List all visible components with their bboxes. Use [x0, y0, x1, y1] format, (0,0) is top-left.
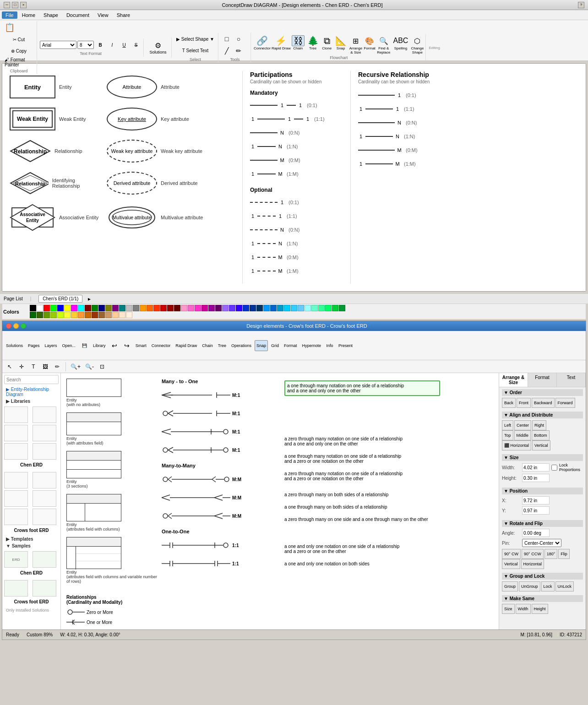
color-swatch[interactable]: [98, 312, 105, 318]
menu-shape[interactable]: Shape: [40, 11, 62, 19]
info-btn[interactable]: Info: [324, 340, 335, 351]
color-swatch[interactable]: [160, 305, 167, 311]
color-swatch[interactable]: [243, 305, 249, 311]
zoom-out-btn[interactable]: 🔍-: [83, 361, 96, 372]
color-swatch[interactable]: [325, 305, 332, 311]
color-swatch[interactable]: [181, 305, 187, 311]
flip-vertical-btn[interactable]: Vertical: [502, 559, 520, 569]
attribute-shape[interactable]: Attribute: [107, 76, 157, 98]
color-swatch[interactable]: [64, 305, 71, 311]
forward-btn[interactable]: Forward: [555, 398, 575, 408]
color-swatch[interactable]: [291, 305, 297, 311]
align-middle-btn[interactable]: Middle: [514, 430, 531, 440]
select-shape-btn[interactable]: ▶ Select Shape ▼: [174, 34, 216, 45]
sidebar-erd[interactable]: ▶ Entity-Relationship Diagram: [4, 386, 59, 398]
open-btn[interactable]: Open...: [60, 340, 78, 351]
color-swatch[interactable]: [92, 305, 98, 311]
fit-btn[interactable]: ⊡: [97, 361, 108, 372]
rotate-180-btn[interactable]: 180°: [544, 549, 558, 559]
menu-share[interactable]: Share: [113, 11, 134, 19]
lock-btn[interactable]: Lock: [541, 581, 555, 591]
align-bottom-btn[interactable]: Bottom: [532, 430, 550, 440]
menu-home[interactable]: Home: [18, 11, 39, 19]
chain-btn[interactable]: ⛓: [292, 35, 305, 46]
color-swatch[interactable]: [188, 305, 194, 311]
sample-chen-label[interactable]: Chen ERD: [4, 569, 59, 576]
entity-box-2[interactable]: [66, 412, 121, 435]
save-btn[interactable]: 💾: [79, 340, 90, 351]
color-swatch[interactable]: [44, 305, 50, 311]
vertical-btn[interactable]: Vertical: [532, 440, 550, 450]
format-painter-btn[interactable]: 🖌 Format Painter: [3, 57, 35, 68]
entity-box-3[interactable]: [66, 451, 121, 478]
library-btn[interactable]: Library: [91, 340, 108, 351]
spelling-btn[interactable]: ABC: [392, 35, 410, 46]
crows-foot-lib-label[interactable]: Crows foot ERD: [4, 527, 59, 534]
color-swatch[interactable]: [250, 305, 256, 311]
rotate-90cw-btn[interactable]: 90° CW: [502, 549, 521, 559]
group-title[interactable]: ▼ Group and Lock: [502, 573, 583, 580]
chain-btn2[interactable]: Chain: [200, 340, 215, 351]
identifying-relationship-shape[interactable]: Relationship: [10, 172, 49, 195]
select-text-btn[interactable]: T Select Text: [174, 45, 216, 56]
flip-btn[interactable]: Flip: [558, 549, 570, 559]
arrange-btn[interactable]: ⊞: [350, 35, 361, 46]
same-height-btn[interactable]: Height: [532, 604, 548, 614]
connector-btn[interactable]: 🔗: [255, 35, 270, 46]
cut-btn[interactable]: ✂ Cut: [3, 34, 35, 45]
undo-btn[interactable]: ↩: [109, 340, 120, 351]
relationship-shape[interactable]: Relationship: [10, 140, 51, 163]
derived-attribute-shape[interactable]: Derived attribute: [107, 172, 157, 195]
rotate-title[interactable]: ▼ Rotate and Flip: [502, 520, 583, 527]
zoom-in-btn[interactable]: 🔍+: [69, 361, 82, 372]
tree-btn[interactable]: 🌲: [305, 35, 321, 46]
color-swatch[interactable]: [37, 312, 43, 318]
layers-btn[interactable]: Layers: [43, 340, 59, 351]
strikethrough-btn[interactable]: S: [131, 39, 142, 50]
chen-erd-lib-label[interactable]: Chen ERD: [4, 461, 59, 468]
make-same-title[interactable]: ▼ Make Same: [502, 595, 583, 602]
paste-btn[interactable]: 📋: [3, 22, 16, 33]
color-swatch[interactable]: [57, 305, 64, 311]
color-swatch[interactable]: [339, 305, 345, 311]
redo-btn[interactable]: ↪: [121, 340, 132, 351]
close-traffic-light[interactable]: [6, 323, 11, 329]
format-btn2[interactable]: Format: [282, 340, 299, 351]
pages-btn[interactable]: Pages: [26, 340, 42, 351]
color-swatch[interactable]: [174, 305, 180, 311]
page-nav-btn[interactable]: ▸: [88, 296, 91, 302]
color-swatch[interactable]: [284, 305, 290, 311]
find-replace-btn[interactable]: 🔍: [377, 35, 390, 46]
font-select[interactable]: Arial: [40, 41, 76, 49]
color-swatch[interactable]: [50, 312, 57, 318]
image-tool[interactable]: 🖼: [40, 361, 51, 372]
hypernote-btn[interactable]: Hypernote: [300, 340, 323, 351]
clone-btn[interactable]: ⧉: [321, 35, 332, 46]
pen-tool[interactable]: ✏: [233, 45, 244, 56]
font-size-select[interactable]: 8: [77, 41, 94, 49]
unlock-btn[interactable]: UnLock: [555, 581, 574, 591]
color-swatch[interactable]: [270, 305, 277, 311]
flip-horizontal-btn[interactable]: Horizontal: [521, 559, 544, 569]
color-swatch[interactable]: [119, 312, 125, 318]
color-swatch[interactable]: [311, 305, 318, 311]
same-size-btn[interactable]: Size: [502, 604, 515, 614]
operations-btn[interactable]: Operations: [229, 340, 253, 351]
format-tab[interactable]: Format: [528, 373, 557, 387]
page-tab-chens-erd[interactable]: Chen's ERD (1/1): [38, 295, 82, 303]
color-swatch[interactable]: [92, 312, 98, 318]
color-swatch[interactable]: [318, 305, 325, 311]
sidebar-search[interactable]: [4, 375, 59, 384]
bold-btn[interactable]: B: [95, 39, 106, 50]
associative-entity-shape[interactable]: Associative Entity: [10, 204, 55, 231]
back-btn[interactable]: Back: [502, 398, 516, 408]
entity-shape[interactable]: Entity: [10, 76, 55, 98]
color-swatch[interactable]: [85, 312, 91, 318]
color-swatch[interactable]: [64, 312, 71, 318]
connector-btn2[interactable]: Connector: [150, 340, 173, 351]
align-left-btn[interactable]: Left: [502, 420, 513, 430]
size-title[interactable]: ▼ Size: [502, 454, 583, 461]
maximize-btn[interactable]: □: [12, 2, 18, 8]
pin-select[interactable]: Center-Center: [522, 539, 561, 547]
color-swatch[interactable]: [78, 312, 84, 318]
